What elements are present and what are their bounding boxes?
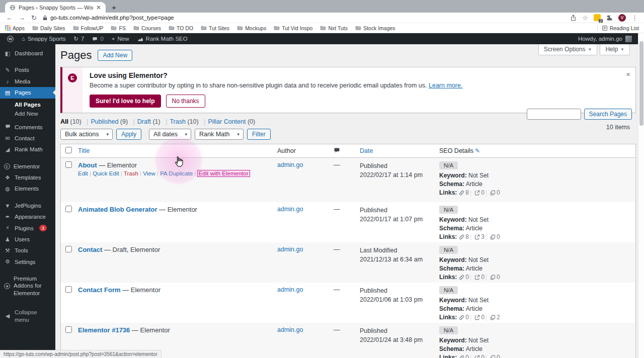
seo-filter-select[interactable]: Rank Math bbox=[195, 129, 244, 140]
comments-count: 0 bbox=[100, 36, 103, 42]
screen-options-button[interactable]: Screen Options▼ bbox=[538, 44, 598, 55]
help-button[interactable]: Help▼ bbox=[600, 44, 630, 55]
author-link[interactable]: admin.go bbox=[277, 246, 303, 253]
search-input[interactable] bbox=[527, 109, 581, 120]
back-icon[interactable]: ← bbox=[6, 15, 13, 21]
notice-decline-button[interactable]: No thanks bbox=[166, 95, 205, 108]
add-new-button[interactable]: Add New bbox=[98, 50, 132, 61]
page-title-link[interactable]: About bbox=[78, 161, 97, 169]
bookmark-item[interactable]: FS bbox=[111, 25, 125, 31]
bookmark-item[interactable]: Courses bbox=[133, 25, 161, 31]
sidebar-item-rank-math[interactable]: ◢ Rank Math bbox=[0, 144, 55, 155]
share-icon[interactable] bbox=[570, 15, 577, 21]
browser-url-bar: ← → ↻ go-tuts.com/wp-admin/edit.php?post… bbox=[0, 13, 644, 23]
profile-avatar-icon[interactable]: V bbox=[618, 14, 626, 22]
scrollbar-thumb[interactable] bbox=[639, 41, 643, 126]
sidebar-subitem-all-pages[interactable]: All Pages bbox=[15, 100, 55, 109]
row-action-pa-duplicate[interactable]: PA Duplicate bbox=[160, 170, 197, 176]
bookmark-label: TO DO bbox=[177, 25, 193, 31]
sidebar-item-pages[interactable]: ▤ Pages bbox=[0, 87, 55, 98]
row-checkbox[interactable] bbox=[65, 326, 72, 333]
select-all-checkbox[interactable] bbox=[65, 147, 72, 153]
refresh-icon[interactable]: ↻ bbox=[31, 15, 37, 21]
sidebar-item-templates[interactable]: ❖ Templates bbox=[0, 172, 55, 183]
bookmark-item[interactable]: Apps bbox=[5, 25, 25, 31]
sidebar-item-contact[interactable]: ✉ Contact bbox=[0, 133, 55, 144]
row-checkbox[interactable] bbox=[65, 161, 72, 168]
updates-menu[interactable]: ↻7 bbox=[69, 33, 88, 44]
row-checkbox[interactable] bbox=[65, 246, 72, 252]
bookmark-item[interactable]: Daily Sites bbox=[32, 25, 65, 31]
row-action-trash[interactable]: Trash bbox=[124, 170, 143, 176]
bulk-actions-select[interactable]: Bulk actions bbox=[60, 129, 113, 140]
bookmark-item[interactable]: FollowUP bbox=[73, 25, 104, 31]
rank-math-menu[interactable]: Rank Math SEO bbox=[133, 33, 192, 44]
page-title-link[interactable]: Elementor #1736 bbox=[78, 326, 130, 334]
row-action-view[interactable]: View bbox=[143, 170, 160, 176]
sidebar-item-posts[interactable]: ✎ Posts bbox=[0, 64, 55, 75]
wp-logo-menu[interactable]: W bbox=[3, 33, 18, 44]
author-link[interactable]: admin.go bbox=[277, 161, 303, 168]
collapse-menu-button[interactable]: ◀ Collapse menu bbox=[0, 307, 55, 325]
sidebar-item-media[interactable]: ♪ Media bbox=[0, 76, 55, 87]
sidebar-item-plugins[interactable]: ⚡ Plugins 3 bbox=[0, 223, 55, 234]
author-link[interactable]: admin.go bbox=[277, 286, 303, 293]
tab-close-icon[interactable]: ✕ bbox=[96, 4, 101, 11]
sidebar-item-settings[interactable]: ⚙ Settings bbox=[0, 256, 55, 267]
bookmark-item[interactable]: Stock Images bbox=[355, 25, 395, 31]
browser-menu-icon[interactable]: ⋮ bbox=[631, 15, 638, 21]
sidebar-item-dashboard[interactable]: ◧ Dashboard bbox=[0, 48, 55, 59]
updates-count: 7 bbox=[81, 36, 84, 42]
pencil-icon[interactable]: ✎ bbox=[475, 147, 480, 154]
pages-icon: ▤ bbox=[4, 89, 11, 96]
sidebar-item-elementor[interactable]: E Elementor bbox=[0, 161, 55, 172]
extensions-puzzle-icon[interactable] bbox=[606, 15, 613, 21]
notice-accept-button[interactable]: Sure! I'd love to help bbox=[90, 95, 161, 108]
forward-icon[interactable]: → bbox=[19, 15, 25, 21]
page-title-link[interactable]: Contact bbox=[78, 246, 102, 253]
dates-filter-select[interactable]: All dates bbox=[149, 129, 191, 140]
row-action-quick-edit[interactable]: Quick Edit bbox=[93, 170, 124, 176]
bookmark-item[interactable]: Tut Sites bbox=[201, 25, 229, 31]
filter-button[interactable]: Filter bbox=[247, 129, 271, 140]
sidebar-item-tools[interactable]: ⚒ Tools bbox=[0, 245, 55, 256]
notice-close-icon[interactable]: × bbox=[626, 70, 630, 78]
sidebar-item-appearance[interactable]: ✒ Appearance bbox=[0, 211, 55, 222]
new-tab-button[interactable]: + bbox=[112, 4, 116, 11]
sidebar-item-users[interactable]: ♟ Users bbox=[0, 234, 55, 245]
bookmark-item[interactable]: Nxt Tuts bbox=[320, 25, 348, 31]
sort-title-header[interactable]: Title bbox=[78, 147, 90, 154]
bookmark-item[interactable]: TO DO bbox=[169, 25, 193, 31]
row-checkbox[interactable] bbox=[65, 206, 72, 212]
page-title-link[interactable]: Contact Form bbox=[78, 286, 121, 294]
bookmark-item[interactable]: Tut Vid Inspo bbox=[274, 25, 312, 31]
reading-list-button[interactable]: Reading List bbox=[602, 25, 639, 31]
sidebar-item-elements[interactable]: ◍ Elements bbox=[0, 183, 55, 194]
page-title-link[interactable]: Animated Blob Generator bbox=[78, 206, 157, 213]
browser-tab[interactable]: Pages ‹ Snappy Sports — Word ✕ bbox=[5, 2, 106, 13]
account-menu[interactable]: Howdy, admin.go bbox=[578, 36, 641, 42]
row-checkbox[interactable] bbox=[65, 286, 72, 293]
author-link[interactable]: admin.go bbox=[277, 326, 303, 333]
address-field[interactable]: go-tuts.com/wp-admin/edit.php?post_type=… bbox=[43, 15, 174, 21]
apply-button[interactable]: Apply bbox=[116, 129, 141, 140]
bookmark-star-icon[interactable]: ☆ bbox=[582, 15, 588, 21]
bookmark-item[interactable]: Mockups bbox=[237, 25, 266, 31]
search-pages-button[interactable]: Search Pages bbox=[584, 109, 632, 120]
post-status: Published bbox=[360, 326, 439, 335]
sidebar-subitem-add-new[interactable]: Add New bbox=[15, 109, 55, 118]
comments-menu[interactable]: 0 bbox=[88, 33, 107, 44]
learn-more-link[interactable]: Learn more. bbox=[429, 82, 462, 89]
page-scrollbar[interactable] bbox=[638, 33, 644, 358]
bookmark-label: Mockups bbox=[245, 25, 266, 31]
sort-date-header[interactable]: Date bbox=[360, 147, 373, 154]
sidebar-item-jetplugins[interactable]: ▼ JetPlugins bbox=[0, 200, 55, 211]
site-name-menu[interactable]: ⌂Snappy Sports bbox=[18, 33, 69, 44]
extension-icon[interactable]: 2 bbox=[594, 14, 601, 21]
row-action-edit[interactable]: Edit bbox=[78, 170, 93, 176]
sidebar-item-comments[interactable]: Comments bbox=[0, 122, 55, 133]
author-link[interactable]: admin.go bbox=[277, 206, 303, 213]
sidebar-item-premium-addons[interactable]: ★ Premium Addons for Elementor bbox=[0, 273, 55, 299]
new-content-menu[interactable]: +New bbox=[108, 33, 133, 44]
row-action-edit-with-elementor[interactable]: Edit with Elementor bbox=[198, 170, 250, 176]
